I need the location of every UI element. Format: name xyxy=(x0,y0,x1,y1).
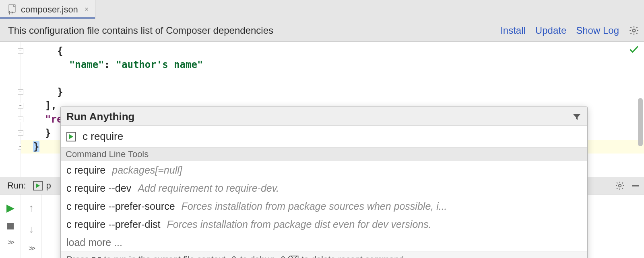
editor[interactable]: −−−−−− {"name": "author's name"}],"re}} … xyxy=(0,42,644,177)
tab-composer-json[interactable]: {} composer.json × xyxy=(0,0,95,19)
play-icon[interactable]: ▶ xyxy=(6,202,14,214)
suggestion-item[interactable]: c require --prefer-sourceForces installa… xyxy=(61,197,587,215)
run-label: Run: xyxy=(7,180,26,191)
suggestion-item[interactable]: c require --devAdd requirement to requir… xyxy=(61,179,587,197)
run-icon xyxy=(66,132,76,141)
gutter: −−−−−− xyxy=(0,42,21,177)
tab-bar: {} composer.json × xyxy=(0,0,644,19)
stop-icon[interactable] xyxy=(7,223,14,229)
gear-icon[interactable] xyxy=(629,25,639,36)
suggestion-item[interactable]: c requirepackages[=null] xyxy=(61,161,587,179)
down-icon[interactable]: ↓ xyxy=(29,223,34,235)
key-shift: ⇧ xyxy=(230,254,237,258)
popup-title: Run Anything xyxy=(66,111,572,123)
load-more[interactable]: load more ... xyxy=(61,233,587,252)
svg-point-3 xyxy=(619,184,621,187)
close-icon[interactable]: × xyxy=(85,5,89,14)
svg-point-2 xyxy=(633,29,636,32)
popup-list: c requirepackages[=null]c require --devA… xyxy=(61,161,587,233)
popup-section-header: Command Line Tools xyxy=(61,147,587,161)
expand-icon[interactable]: >> xyxy=(8,238,13,247)
minimize-icon[interactable] xyxy=(632,185,639,186)
editor-scrollbar[interactable] xyxy=(637,94,644,150)
info-text: This configuration file contains list of… xyxy=(8,25,491,36)
key-opt: ⌥ xyxy=(91,254,101,258)
install-link[interactable]: Install xyxy=(500,25,526,36)
tab-label: composer.json xyxy=(21,4,78,15)
run-anything-input[interactable] xyxy=(82,130,582,143)
up-icon[interactable]: ↑ xyxy=(29,202,34,214)
update-link[interactable]: Update xyxy=(535,25,566,36)
code-line[interactable]: } xyxy=(21,85,644,99)
svg-text:{}: {} xyxy=(8,10,13,14)
inspection-ok-icon[interactable] xyxy=(629,44,639,55)
popup-footer: Press ⌥ to run in the current file conte… xyxy=(61,252,587,258)
suggestion-item[interactable]: c require --prefer-distForces installati… xyxy=(61,215,587,233)
filter-icon[interactable] xyxy=(572,112,582,122)
run-icon xyxy=(33,181,43,190)
code-line[interactable]: { xyxy=(21,44,644,58)
code-line[interactable]: "name": "author's name" xyxy=(21,58,644,72)
expand-icon[interactable]: >> xyxy=(29,244,34,253)
gear-icon[interactable] xyxy=(615,181,625,190)
composer-info-bar: This configuration file contains list of… xyxy=(0,19,644,42)
show-log-link[interactable]: Show Log xyxy=(576,25,619,36)
run-nav-col: ↑ ↓ >> xyxy=(21,195,42,258)
run-config[interactable]: p xyxy=(33,180,51,191)
key-shift-del: ⇧⌫ xyxy=(279,254,299,258)
file-json-icon: {} xyxy=(7,4,17,15)
run-actions-col: ▶ >> xyxy=(0,195,21,258)
code-line[interactable] xyxy=(21,72,644,85)
run-config-name: p xyxy=(46,180,51,191)
run-anything-popup: Run Anything Command Line Tools c requir… xyxy=(60,106,588,258)
